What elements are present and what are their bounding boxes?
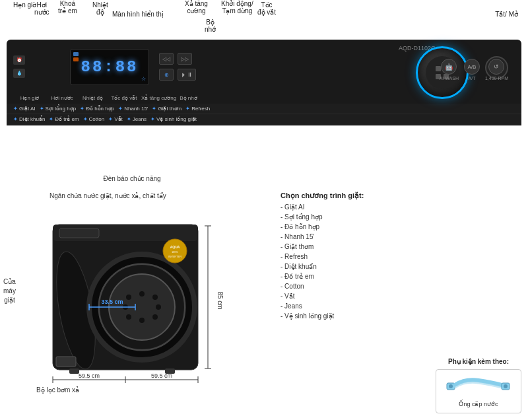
prog-refresh[interactable]: ✦ Refresh: [185, 106, 210, 112]
prog-list-item: - Đồ hỗn hợp: [280, 222, 521, 232]
prog-list-item: - Diệt khuẩn: [280, 262, 521, 271]
prog-do-hon-hop[interactable]: ✦ Đồ hỗn hợp: [80, 106, 114, 112]
svg-point-13: [139, 318, 145, 323]
label-hoi-nuoc: Hơi nước: [46, 95, 78, 101]
display-screen: 88:88 ☆: [70, 49, 149, 85]
label-bo-nho: Bộ nhớ: [177, 95, 200, 101]
prog-cotton[interactable]: ✦ Cotton: [83, 116, 105, 122]
panel-top: ⏰ 💧 88:88 ☆ ◁◁: [7, 40, 521, 94]
svg-point-10: [152, 295, 158, 300]
prog-list-item: - Cotton: [280, 281, 521, 291]
prog-do-tre-em[interactable]: ✦ Đồ trẻ em: [49, 116, 79, 122]
ai-wash-icon: 🤖: [441, 59, 457, 75]
programs-row2: ✦ Diệt khuẩn ✦ Đồ trẻ em ✦ Cotton ✦ Vắt …: [7, 114, 521, 125]
prog-diet-khuan[interactable]: ✦ Diệt khuẩn: [13, 116, 45, 122]
ai-wash-icon-item: 🤖 AI WASH: [440, 59, 459, 81]
bottom-section: Ngăn chứa nước giặt, nước xả, chất tẩy C…: [0, 185, 528, 420]
ann-den-bao: Đèn báo chức năng: [7, 175, 257, 182]
prog-list-item: - Sợi tổng hợp: [280, 212, 521, 222]
middle-controls: ◁◁ ▷▷ ⊕ ⏵⏸: [159, 53, 196, 81]
label-hen-gio: Hẹn giờ: [13, 95, 46, 101]
rpm-icon-item: ↺ 1,400 RPM: [485, 59, 508, 81]
prog-ve-sinh[interactable]: ✦ Vệ sinh lồng giặt: [150, 116, 197, 122]
prog-giat-thom[interactable]: ✦ Giặt thơm: [152, 106, 182, 112]
ann-bo-nho: Bộnhớ: [205, 18, 216, 33]
label-xa-tang: Xả tăng cường: [141, 95, 177, 101]
svg-text:59.5 cm: 59.5 cm: [79, 372, 100, 379]
programs-row1: ✦ Giặt AI ✦ Sợi tổng hợp ✦ Đồ hỗn hợp ✦ …: [7, 104, 521, 114]
svg-text:INVERTER: INVERTER: [168, 255, 182, 258]
prog-list-item: - Giặt thơm: [280, 242, 521, 252]
prog-list-item: - Nhanh 15': [280, 232, 521, 242]
left-indicators: ⏰ 💧: [13, 55, 25, 78]
display-digits: 88:88: [81, 58, 138, 76]
machine-svg: AQUA 100% INVERTER 33.5 cm 85 cm 59.5 cm: [13, 198, 224, 383]
svg-point-40: [504, 384, 508, 388]
svg-point-8: [126, 295, 131, 300]
prog-list-item: - Giặt AI: [280, 202, 521, 212]
prog-giat-ai[interactable]: ✦ Giặt AI: [13, 106, 36, 112]
right-info-area: Chọn chương trình giặt: - Giặt AI - Sợi …: [277, 185, 528, 420]
prog-list-item: - Vắt: [280, 291, 521, 301]
top-annotations: Hẹn giờ Hơinước Khoátrẻ em Nhiệtđộ Màn h…: [0, 0, 528, 40]
svg-point-12: [152, 314, 158, 320]
rpm-icon: ↺: [488, 59, 504, 75]
svg-point-38: [449, 384, 453, 388]
ann-hoi-nuoc: Hơinước: [34, 1, 50, 16]
program-list-title: Chọn chương trình giặt:: [280, 192, 521, 200]
accessory-section: Phụ kiện kèm theo: Ống cấp nước: [436, 358, 521, 413]
svg-text:59.5 cm: 59.5 cm: [151, 372, 172, 379]
ann-man-hinh: Màn hình hiển thị: [112, 11, 164, 18]
svg-point-9: [139, 291, 145, 297]
label-nhiet-do: Nhiệt độ: [78, 95, 108, 101]
prog-soi-tong-hop[interactable]: ✦ Sợi tổng hợp: [40, 106, 77, 112]
ann-bo-loc: Bộ lọc bơm xả: [36, 386, 79, 394]
ann-nhiet-do: Nhiệtđộ: [92, 1, 108, 16]
accessory-box: Ống cấp nước: [436, 369, 521, 413]
svg-text:AQUA: AQUA: [170, 245, 180, 249]
ab-t-icon-item: A/B A/T: [464, 59, 480, 81]
label-toc-do-vat: Tốc độ vắt: [108, 95, 141, 101]
accessory-name: Ống cấp nước: [459, 401, 498, 407]
ann-toc-do-vat: Tốcđộ vắt: [257, 1, 276, 16]
svg-text:33.5 cm: 33.5 cm: [101, 298, 123, 305]
ann-tat-mo: Tắt/ Mở: [495, 11, 518, 18]
prog-nhanh-15[interactable]: ✦ Nhanh 15': [118, 106, 148, 112]
svg-rect-20: [56, 357, 76, 367]
panel-icons-row: 🤖 AI WASH A/B A/T ↺ 1,400 RPM: [440, 59, 508, 81]
ann-khoa-tre-em: Khoátrẻ em: [58, 0, 77, 15]
prog-list-item: - Đồ trẻ em: [280, 271, 521, 281]
hose-svg: [446, 375, 512, 398]
ann-hen-gio: Hẹn giờ: [13, 1, 36, 9]
ab-t-label: A/T: [469, 76, 476, 81]
prog-list-item: - Jeans: [280, 301, 521, 311]
control-panel: AQD-D1102G ⏰ 💧 88:88 ☆: [7, 40, 521, 125]
panel-section: Hẹn giờ Hơinước Khoátrẻ em Nhiệtđộ Màn h…: [0, 0, 528, 185]
display-star: ☆: [141, 76, 146, 82]
svg-rect-21: [69, 368, 79, 374]
svg-rect-2: [59, 228, 99, 238]
svg-text:100%: 100%: [172, 250, 179, 254]
prog-list-item: - Vệ sinh lồng giặt: [280, 311, 521, 321]
machine-area: Ngăn chứa nước giặt, nước xả, chất tẩy C…: [0, 185, 277, 420]
svg-point-11: [156, 304, 161, 310]
ab-t-icon: A/B: [464, 59, 480, 75]
svg-text:85 cm: 85 cm: [216, 291, 224, 309]
prog-jeans[interactable]: ✦ Jeans: [127, 116, 147, 122]
prog-vat[interactable]: ✦ Vắt: [108, 116, 123, 122]
ann-xa-tang-cuong: Xả tăngcường: [185, 0, 208, 15]
program-list: - Giặt AI - Sợi tổng hợp - Đồ hỗn hợp - …: [280, 202, 521, 321]
prog-list-item: - Refresh: [280, 252, 521, 262]
ann-khoi-dong: Khởi động/Tạm dừng: [221, 0, 253, 15]
accessory-title: Phụ kiện kèm theo:: [436, 358, 521, 365]
rpm-label: 1,400 RPM: [485, 76, 508, 81]
svg-point-14: [126, 314, 131, 320]
ai-wash-label: AI WASH: [440, 76, 459, 81]
